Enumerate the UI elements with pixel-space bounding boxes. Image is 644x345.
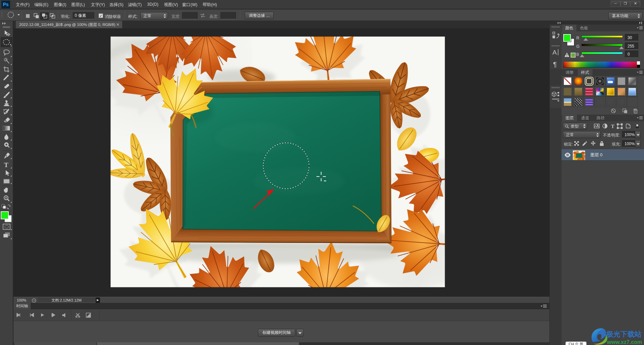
svg-text:T: T (4, 161, 8, 168)
svg-text:¶: ¶ (553, 61, 557, 68)
svg-text:A: A (552, 49, 557, 56)
svg-text:T: T (611, 124, 614, 129)
svg-text:www.xz7.com: www.xz7.com (607, 339, 642, 345)
svg-text:极光下载站: 极光下载站 (606, 330, 642, 338)
